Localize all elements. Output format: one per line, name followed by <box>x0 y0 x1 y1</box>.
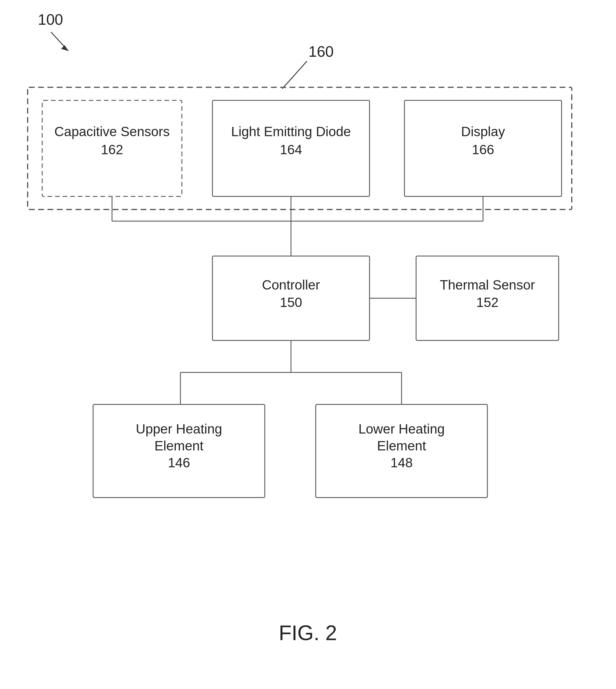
display-number: 166 <box>472 142 494 157</box>
led-label: Light Emitting Diode <box>231 124 351 139</box>
lower-heating-element-label-line2: Element <box>377 438 426 453</box>
led-number: 164 <box>280 142 302 157</box>
lower-heating-element-number: 148 <box>391 455 413 470</box>
display-label: Display <box>461 124 505 139</box>
controller-label: Controller <box>262 277 320 292</box>
capacitive-sensors-number: 162 <box>101 142 124 157</box>
upper-heating-element-label-line1: Upper Heating <box>136 421 222 437</box>
capacitive-sensors-label: Capacitive Sensors <box>54 124 170 139</box>
figure-ref-160: 160 <box>308 43 334 60</box>
thermal-sensor-number: 152 <box>476 295 499 310</box>
svg-marker-1 <box>61 45 68 51</box>
figure-title: FIG. 2 <box>279 621 337 644</box>
upper-heating-element-label-line2: Element <box>155 438 204 453</box>
thermal-sensor-label: Thermal Sensor <box>440 277 535 292</box>
controller-number: 150 <box>280 295 302 310</box>
diagram-container: 100 160 Capacitive Sensors 162 Light Emi… <box>0 0 616 689</box>
figure-ref-100: 100 <box>38 11 63 28</box>
lower-heating-element-label-line1: Lower Heating <box>358 421 445 437</box>
upper-heating-element-number: 146 <box>168 455 190 470</box>
